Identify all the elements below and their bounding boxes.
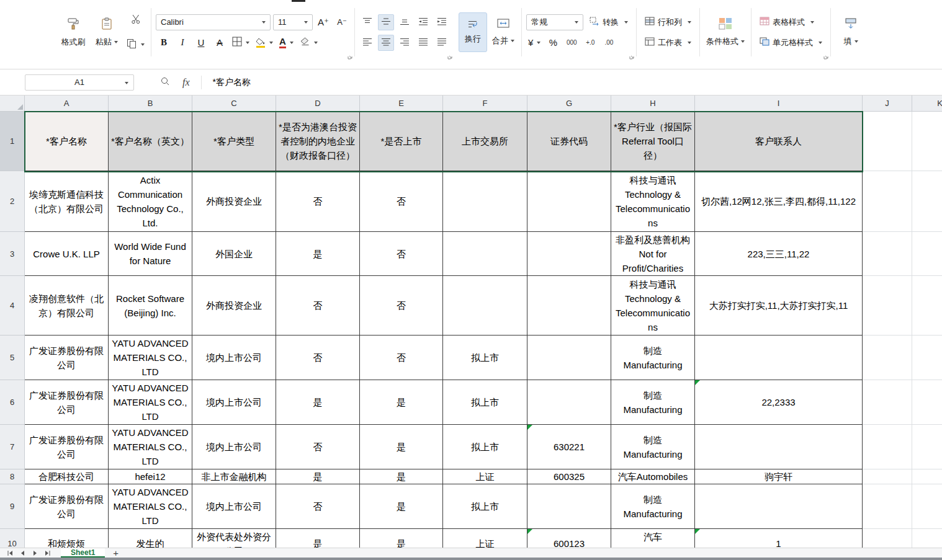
cell-C9[interactable]: 境内上市公司 [192, 484, 276, 529]
italic-button[interactable]: I [174, 35, 191, 51]
column-header-A[interactable]: A [25, 96, 109, 111]
cell-H4[interactable]: 科技与通讯 Technology & Telecommunications [611, 276, 695, 336]
cell-B6[interactable]: YATU ADVANCED MATERIALS CO., LTD [109, 380, 192, 425]
table-style-button[interactable]: 表格样式 [756, 14, 818, 30]
cell-F10[interactable]: 上证 [443, 529, 527, 548]
cell-B5[interactable]: YATU ADVANCED MATERIALS CO., LTD [109, 336, 192, 380]
cell-E3[interactable]: 否 [360, 232, 443, 276]
row-header-6[interactable]: 6 [0, 380, 25, 425]
cell-F1[interactable]: 上市交易所 [443, 112, 527, 171]
zoom-formula-icon[interactable] [160, 76, 170, 89]
cell-K5[interactable] [912, 336, 942, 380]
column-header-C[interactable]: C [192, 96, 276, 111]
row-header-7[interactable]: 7 [0, 425, 25, 469]
cell-C1[interactable]: *客户类型 [192, 112, 276, 171]
cell-B10[interactable]: 发生的 [109, 529, 192, 548]
convert-button[interactable]: 转换 [586, 14, 632, 30]
cell-F9[interactable]: 拟上市 [443, 484, 527, 529]
name-box[interactable]: A1 [25, 74, 134, 91]
cell-G8[interactable]: 600325 [527, 469, 611, 484]
row-header-8[interactable]: 8 [0, 469, 25, 484]
bold-button[interactable]: B [156, 35, 172, 51]
cell-B3[interactable]: World Wide Fund for Nature [109, 232, 192, 276]
cell-E5[interactable]: 否 [360, 336, 443, 380]
row-header-1[interactable]: 1 [0, 112, 25, 171]
fill-button[interactable]: 填 [835, 6, 866, 59]
font-name-select[interactable]: Calibri [156, 14, 271, 30]
percent-button[interactable]: % [545, 35, 561, 51]
cell-A8[interactable]: 合肥科技公司 [25, 469, 109, 484]
merge-cells-button[interactable]: 合并 [490, 19, 517, 47]
cell-B7[interactable]: YATU ADVANCED MATERIALS CO., LTD [109, 425, 192, 469]
cell-D1[interactable]: *是否为港澳台投资者控制的内地企业（财政报备口径） [276, 112, 360, 171]
column-header-B[interactable]: B [109, 96, 192, 111]
cell-C10[interactable]: 外资代表处外资分公司 [192, 529, 276, 548]
cell-E4[interactable]: 否 [360, 276, 443, 336]
cell-G1[interactable]: 证券代码 [527, 112, 611, 171]
next-sheet-button[interactable] [30, 549, 40, 558]
cell-D5[interactable]: 否 [276, 336, 360, 380]
cell-K9[interactable] [912, 484, 942, 529]
row-header-2[interactable]: 2 [0, 171, 25, 232]
align-top-button[interactable] [359, 14, 375, 30]
cell-H1[interactable]: *客户行业（报国际Referral Tool口径） [611, 112, 695, 171]
cell-E1[interactable]: *是否上市 [360, 112, 443, 171]
cell-B4[interactable]: Rocket Software (Beijing) Inc. [109, 276, 192, 336]
cell-J9[interactable] [863, 484, 912, 529]
column-header-J[interactable]: J [863, 96, 912, 111]
cell-A10[interactable]: 和烦烦烦 [25, 529, 109, 548]
cell-J8[interactable] [863, 469, 912, 484]
row-header-9[interactable]: 9 [0, 484, 25, 529]
first-sheet-button[interactable] [5, 549, 16, 558]
cell-G7[interactable]: 630221 [527, 425, 611, 469]
cell-I1[interactable]: 客户联系人 [695, 112, 863, 171]
cell-D10[interactable]: 是 [276, 529, 360, 548]
column-header-G[interactable]: G [527, 96, 611, 111]
decrease-font-size-button[interactable]: A⁻ [334, 14, 350, 30]
font-size-select[interactable]: 11 [273, 14, 313, 30]
cell-I10[interactable]: 1 [695, 529, 863, 548]
align-justify-button[interactable] [415, 35, 431, 51]
cell-I2[interactable]: 切尔茜,12网12,张三,李四,都得,11,122 [695, 171, 863, 232]
select-all-corner[interactable] [0, 96, 25, 111]
clear-format-button[interactable] [298, 35, 320, 51]
cell-J7[interactable] [863, 425, 912, 469]
cell-E6[interactable]: 是 [360, 380, 443, 425]
comma-style-button[interactable]: 000 [563, 35, 580, 51]
cell-H5[interactable]: 制造 Manufacturing [611, 336, 695, 380]
sheet-tab-sheet1[interactable]: Sheet1 [61, 548, 105, 558]
cell-A4[interactable]: 凌翔创意软件（北京）有限公司 [25, 276, 109, 336]
increase-font-size-button[interactable]: A⁺ [315, 14, 331, 30]
cell-H3[interactable]: 非盈利及慈善机构Not for Profit/Charities [611, 232, 695, 276]
cell-D4[interactable]: 否 [276, 276, 360, 336]
row-header-5[interactable]: 5 [0, 336, 25, 380]
cell-F3[interactable] [443, 232, 527, 276]
cell-H8[interactable]: 汽车Automobiles [611, 469, 695, 484]
cell-H9[interactable]: 制造 Manufacturing [611, 484, 695, 529]
strikethrough-button[interactable]: A [212, 35, 228, 51]
previous-sheet-button[interactable] [17, 549, 28, 558]
column-header-K[interactable]: K [912, 96, 942, 111]
cell-A3[interactable]: Crowe U.K. LLP [25, 232, 109, 276]
align-right-button[interactable] [397, 35, 413, 51]
cell-I4[interactable]: 大苏打实打实,11,大苏打实打实,11 [695, 276, 863, 336]
align-distributed-button[interactable] [434, 35, 450, 51]
cell-D7[interactable]: 否 [276, 425, 360, 469]
align-middle-button[interactable] [378, 14, 394, 30]
cell-F5[interactable]: 拟上市 [443, 336, 527, 380]
cell-A5[interactable]: 广发证券股份有限公司 [25, 336, 109, 380]
number-format-select[interactable]: 常规 [526, 14, 583, 30]
row-header-10[interactable]: 10 [0, 529, 25, 548]
cell-H6[interactable]: 制造 Manufacturing [611, 380, 695, 425]
row-header-3[interactable]: 3 [0, 232, 25, 276]
cell-E8[interactable]: 是 [360, 469, 443, 484]
cell-J3[interactable] [863, 232, 912, 276]
cell-E9[interactable]: 是 [360, 484, 443, 529]
align-left-button[interactable] [359, 35, 375, 51]
worksheet-button[interactable]: 工作表 [641, 35, 695, 51]
row-header-4[interactable]: 4 [0, 276, 25, 336]
cell-I7[interactable] [695, 425, 863, 469]
cell-J4[interactable] [863, 276, 912, 336]
cell-K2[interactable] [912, 171, 942, 232]
align-bottom-button[interactable] [397, 14, 413, 30]
